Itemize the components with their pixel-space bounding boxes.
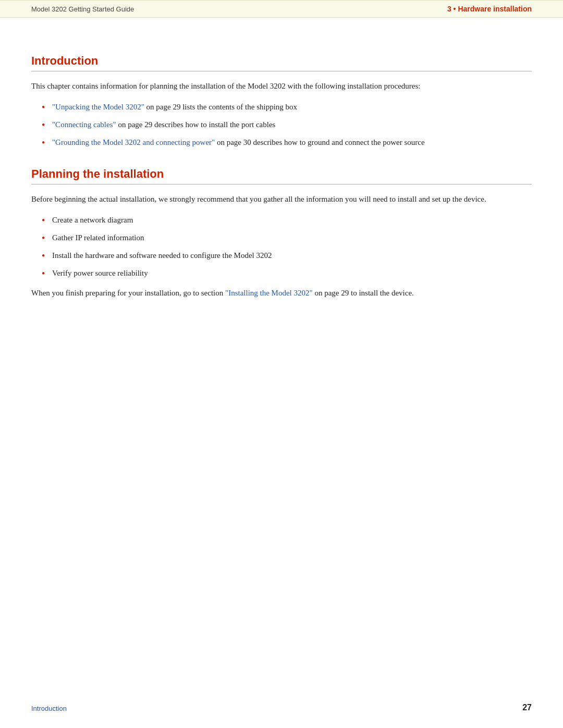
planning-bullet-2: Gather IP related information <box>52 233 144 242</box>
list-item: Create a network diagram <box>42 214 532 226</box>
planning-closing-text: When you finish preparing for your insta… <box>31 287 532 299</box>
bullet-text-2: on page 29 describes how to install the … <box>116 120 276 129</box>
closing-text-before: When you finish preparing for your insta… <box>31 289 225 297</box>
closing-text-after: on page 29 to install the device. <box>313 289 414 297</box>
list-item: "Connecting cables" on page 29 describes… <box>42 118 532 131</box>
list-item: Gather IP related information <box>42 231 532 244</box>
planning-heading: Planning the installation <box>31 167 532 184</box>
unpacking-link[interactable]: "Unpacking the Model 3202" <box>52 103 144 111</box>
list-item: Verify power source reliability <box>42 267 532 279</box>
footer-page-number: 27 <box>522 703 532 712</box>
planning-bullet-4: Verify power source reliability <box>52 269 148 277</box>
header-bar: Model 3202 Getting Started Guide 3 • Har… <box>0 0 563 18</box>
grounding-link[interactable]: "Grounding the Model 3202 and connecting… <box>52 138 215 146</box>
planning-body: Before beginning the actual installation… <box>31 193 532 205</box>
list-item: Install the hardware and software needed… <box>42 249 532 262</box>
header-bullet: • <box>454 5 456 13</box>
footer-bar: Introduction 27 <box>0 703 563 712</box>
planning-bullet-list: Create a network diagram Gather IP relat… <box>42 214 532 279</box>
content-area: Introduction This chapter contains infor… <box>0 18 563 339</box>
introduction-heading: Introduction <box>31 54 532 71</box>
list-item: "Grounding the Model 3202 and connecting… <box>42 136 532 149</box>
planning-bullet-3: Install the hardware and software needed… <box>52 251 272 260</box>
header-right-text: 3 • Hardware installation <box>447 5 532 13</box>
list-item: "Unpacking the Model 3202" on page 29 li… <box>42 101 532 113</box>
bullet-text-3: on page 30 describes how to ground and c… <box>215 138 424 146</box>
bullet-text-1: on page 29 lists the contents of the shi… <box>144 103 297 111</box>
planning-bullet-1: Create a network diagram <box>52 216 133 224</box>
header-chapter-num: 3 <box>447 5 451 13</box>
page-wrapper: Model 3202 Getting Started Guide 3 • Har… <box>0 0 563 728</box>
introduction-bullet-list: "Unpacking the Model 3202" on page 29 li… <box>42 101 532 149</box>
connecting-cables-link[interactable]: "Connecting cables" <box>52 120 116 129</box>
introduction-body: This chapter contains information for pl… <box>31 80 532 92</box>
header-title: Hardware installation <box>458 5 532 13</box>
footer-left-text: Introduction <box>31 705 67 712</box>
installing-link[interactable]: "Installing the Model 3202" <box>225 289 313 297</box>
header-left-text: Model 3202 Getting Started Guide <box>31 5 134 13</box>
